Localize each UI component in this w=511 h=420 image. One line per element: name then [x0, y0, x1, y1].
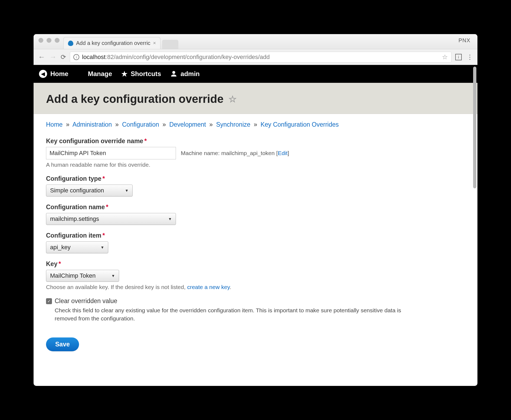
browser-menu-icons: i ⋮ — [455, 53, 473, 61]
config-item-value: api_key — [50, 244, 71, 251]
toolbar-user[interactable]: admin — [170, 70, 200, 78]
clear-overridden-checkbox[interactable]: ✓ — [46, 298, 52, 304]
content: Home » Administration » Configuration » … — [34, 114, 477, 365]
config-type-select[interactable]: Simple configuration ▼ — [46, 185, 133, 196]
address-bar: ← → ⟳ i localhost:82/admin/config/develo… — [34, 49, 477, 65]
required-marker: * — [144, 137, 147, 145]
reload-button[interactable]: ⟳ — [61, 53, 66, 61]
field-key: Key* MailChimp Token ▼ Choose an availab… — [46, 260, 465, 290]
drupal-icon — [68, 41, 73, 46]
browser-tab[interactable]: Add a key configuration overric × — [63, 37, 160, 49]
window-controls — [38, 38, 60, 43]
config-name-select[interactable]: mailchimp.settings ▼ — [46, 213, 176, 225]
label-config-name: Configuration name* — [46, 204, 465, 211]
toolbar-shortcuts[interactable]: ★ Shortcuts — [121, 70, 161, 78]
config-type-value: Simple configuration — [50, 187, 104, 194]
clear-overridden-label: Clear overridden value — [55, 297, 117, 305]
toolbar-user-label: admin — [181, 70, 200, 78]
new-tab-button[interactable] — [162, 40, 178, 49]
machine-name-edit-link[interactable]: Edit — [278, 150, 287, 156]
scrollbar[interactable] — [473, 67, 476, 188]
field-override-name: Key configuration override name* Machine… — [46, 137, 465, 168]
field-config-name: Configuration name* mailchimp.settings ▼ — [46, 204, 465, 225]
override-name-input[interactable] — [46, 147, 176, 159]
page-title: Add a key configuration override ☆ — [46, 93, 465, 106]
breadcrumb: Home » Administration » Configuration » … — [46, 121, 465, 128]
breadcrumb-configuration[interactable]: Configuration — [122, 121, 159, 128]
url-path: :82/admin/config/development/configurati… — [106, 54, 270, 60]
chevron-down-icon: ▼ — [168, 217, 172, 221]
zoom-window-icon[interactable] — [55, 38, 60, 43]
page-info-icon[interactable]: i — [455, 54, 462, 60]
save-button[interactable]: Save — [46, 337, 79, 351]
back-button[interactable]: ← — [38, 53, 45, 61]
forward-button[interactable]: → — [49, 53, 57, 61]
toolbar-home-label: Home — [50, 70, 68, 78]
page-title-text: Add a key configuration override — [46, 93, 224, 106]
chevron-down-icon: ▼ — [125, 188, 129, 193]
hamburger-icon — [78, 72, 85, 76]
clear-overridden-description: Check this field to clear any existing v… — [55, 306, 423, 323]
page-viewport: ◀ Home Manage ★ Shortcuts admin Add a ke… — [34, 65, 477, 386]
key-description: Choose an available key. If the desired … — [46, 284, 465, 290]
breadcrumb-development[interactable]: Development — [169, 121, 206, 128]
label-override-name: Key configuration override name* — [46, 137, 465, 145]
machine-name: Machine name: mailchimp_api_token [Edit] — [181, 150, 289, 156]
toolbar-shortcuts-label: Shortcuts — [131, 70, 161, 78]
breadcrumb-home[interactable]: Home — [46, 121, 63, 128]
admin-toolbar: ◀ Home Manage ★ Shortcuts admin — [34, 65, 477, 83]
tab-title: Add a key configuration overric — [76, 40, 150, 46]
config-name-value: mailchimp.settings — [50, 215, 99, 222]
url-input[interactable]: i localhost:82/admin/config/development/… — [70, 52, 451, 63]
titlebar: Add a key configuration overric × PNX — [34, 34, 477, 49]
field-clear-overridden: ✓ Clear overridden value Check this fiel… — [46, 297, 465, 323]
breadcrumb-key-overrides[interactable]: Key Configuration Overrides — [261, 121, 339, 128]
minimize-window-icon[interactable] — [47, 38, 51, 43]
key-value: MailChimp Token — [50, 272, 96, 279]
toolbar-manage-label: Manage — [88, 70, 112, 78]
close-tab-icon[interactable]: × — [153, 40, 156, 46]
user-icon — [170, 70, 177, 77]
back-circle-icon: ◀ — [39, 70, 47, 78]
bookmark-star-icon[interactable]: ☆ — [442, 53, 448, 61]
star-icon: ★ — [121, 70, 127, 78]
config-item-select[interactable]: api_key ▼ — [46, 241, 108, 253]
label-config-type: Configuration type* — [46, 175, 465, 182]
url-host: localhost — [82, 54, 106, 60]
browser-menu-icon[interactable]: ⋮ — [467, 53, 473, 61]
breadcrumb-synchronize[interactable]: Synchronize — [216, 121, 250, 128]
profile-badge[interactable]: PNX — [458, 37, 470, 44]
toolbar-manage[interactable]: Manage — [78, 70, 112, 78]
chevron-down-icon: ▼ — [111, 274, 115, 278]
label-key: Key* — [46, 260, 465, 268]
site-info-icon[interactable]: i — [73, 54, 79, 60]
label-config-item: Configuration item* — [46, 232, 465, 239]
create-key-link[interactable]: create a new key — [187, 284, 230, 290]
override-name-description: A human readable name for this override. — [46, 162, 465, 168]
close-window-icon[interactable] — [38, 38, 43, 43]
key-select[interactable]: MailChimp Token ▼ — [46, 270, 119, 282]
browser-window: Add a key configuration overric × PNX ← … — [34, 34, 477, 386]
field-config-type: Configuration type* Simple configuration… — [46, 175, 465, 196]
chevron-down-icon: ▼ — [100, 245, 104, 250]
toolbar-home[interactable]: ◀ Home — [39, 70, 68, 78]
favorite-star-icon[interactable]: ☆ — [228, 94, 237, 104]
breadcrumb-administration[interactable]: Administration — [73, 121, 112, 128]
page-header: Add a key configuration override ☆ — [34, 83, 477, 114]
field-config-item: Configuration item* api_key ▼ — [46, 232, 465, 253]
